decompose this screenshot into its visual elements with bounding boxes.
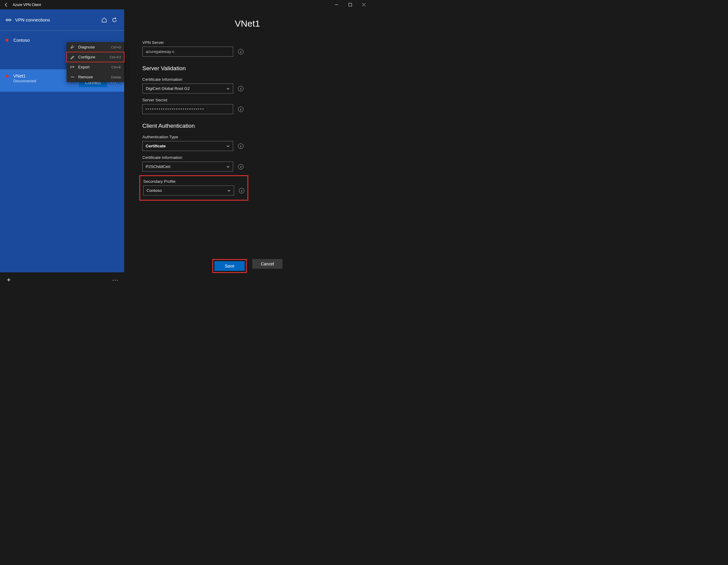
ctx-export[interactable]: Export Ctrl+E [67,62,124,72]
auth-type-label: Authentication Type [142,135,352,139]
ctx-remove[interactable]: Remove Delete [67,72,124,82]
chevron-down-icon [226,87,230,91]
vpn-server-input[interactable]: azuregateway-c [142,47,233,57]
info-icon[interactable]: i [238,107,243,112]
titlebar: Azure VPN Client [0,0,371,9]
home-button[interactable] [100,16,108,24]
ctx-diagnose[interactable]: Diagnose Ctrl+D [67,42,124,52]
sidebar-footer: + ··· [0,273,124,287]
cancel-button[interactable]: Cancel [252,259,283,269]
auth-type-select[interactable]: Certificate [142,141,233,151]
context-menu: Diagnose Ctrl+D Configure Ctrl+F2 Export… [67,42,124,82]
save-highlight: Save [212,259,247,273]
export-icon [70,65,75,69]
minimize-button[interactable] [330,0,343,9]
server-secret-input[interactable]: ••••••••••••••••••••••••••• [142,104,233,114]
status-dot-icon [5,39,8,42]
server-secret-label: Server Secret [142,98,352,102]
sidebar: VPN connections Contoso Diagnose Ctrl+D [0,9,124,287]
cert-info-select[interactable]: DigiCert Global Root G2 [142,84,233,94]
chevron-down-icon [226,165,230,169]
vpn-icon [5,18,12,22]
svg-rect-1 [349,3,352,6]
info-icon[interactable]: i [238,164,243,170]
info-icon[interactable]: i [238,144,243,149]
secondary-profile-label: Secondary Profile [143,179,244,184]
pencil-icon [70,55,75,59]
info-icon[interactable]: i [238,86,243,91]
client-cert-info-select[interactable]: P2SChildCert [142,162,233,172]
page-title: VNet1 [142,18,352,29]
close-button[interactable] [357,0,371,9]
chevron-down-icon [226,144,230,148]
back-button[interactable] [3,2,10,8]
minus-icon [70,75,75,79]
connection-name: Contoso [13,38,30,43]
connection-status: Disconnected [13,79,36,83]
secondary-profile-highlight: Secondary Profile Contoso i [139,175,248,201]
app-title: Azure VPN Client [13,3,41,7]
chevron-down-icon [227,189,231,193]
info-icon[interactable]: i [238,49,243,55]
save-button[interactable]: Save [214,261,245,271]
add-connection-button[interactable]: + [4,276,13,284]
server-validation-heading: Server Validation [142,65,352,72]
info-icon[interactable]: i [239,188,244,193]
connection-name: VNet1 [13,74,36,78]
status-dot-icon [5,75,8,78]
footer-more-button[interactable]: ··· [111,276,120,284]
svg-point-2 [6,19,8,21]
client-auth-heading: Client Authentication [142,123,352,129]
wrench-icon [70,45,75,49]
vpn-server-label: VPN Server [142,40,352,45]
ctx-configure[interactable]: Configure Ctrl+F2 [67,52,124,62]
sidebar-title: VPN connections [15,17,98,22]
refresh-button[interactable] [110,16,119,24]
client-cert-info-label: Certificate Information [142,155,352,160]
main-panel: VNet1 VPN Server azuregateway-c i Server… [124,9,371,287]
maximize-button[interactable] [343,0,357,9]
sidebar-header: VPN connections [0,9,124,31]
secondary-profile-select[interactable]: Contoso [143,186,234,196]
svg-point-3 [9,19,11,21]
cert-info-label: Certificate Information [142,77,352,82]
